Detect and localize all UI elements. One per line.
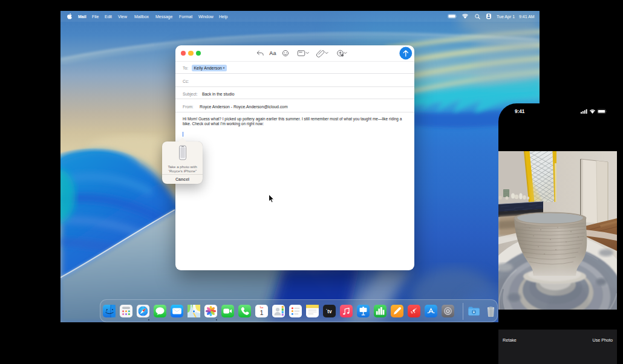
svg-text:1: 1 [259, 309, 263, 316]
svg-text:Aa: Aa [269, 50, 276, 56]
svg-text:tv: tv [327, 309, 332, 314]
